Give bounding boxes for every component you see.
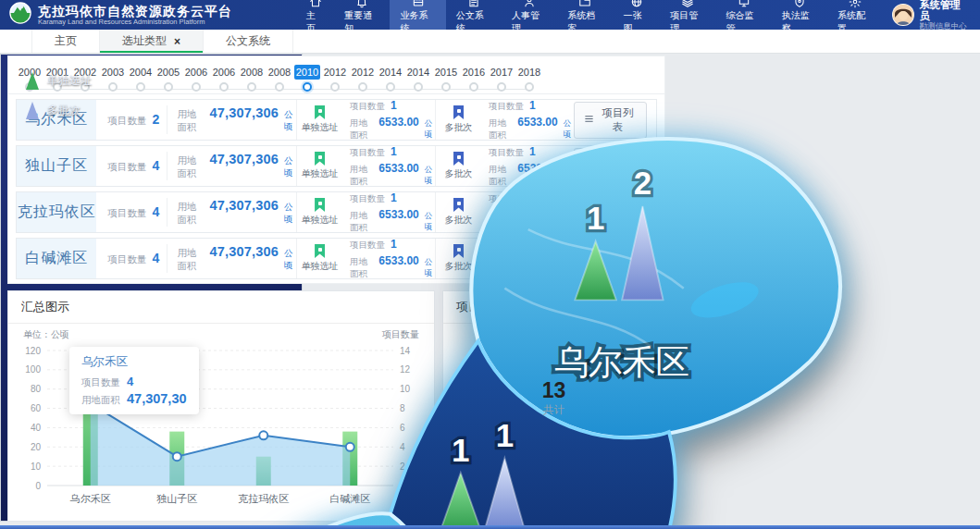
- tooltip-label-2: 用地面积: [81, 394, 120, 407]
- nav-item-monitor[interactable]: 综合监管: [716, 0, 772, 30]
- map-legend-item: 多批次: [26, 102, 92, 119]
- timeline-dot[interactable]: [164, 82, 173, 92]
- timeline-dot[interactable]: [358, 82, 367, 92]
- gear-icon: [849, 0, 862, 8]
- globe-icon: [630, 0, 643, 8]
- nav-item-layers[interactable]: 项目管理: [660, 0, 715, 30]
- app-root: 克拉玛依市自然资源政务云平台 Karamay Land and Resource…: [0, 0, 980, 529]
- nav-item-folder[interactable]: 系统档案: [557, 0, 613, 30]
- monitor-icon: [738, 0, 751, 8]
- nav-item-label: 综合监管: [726, 9, 762, 35]
- donut-total: 13: [542, 379, 566, 401]
- timeline-dot[interactable]: [219, 82, 229, 92]
- brand: 克拉玛依市自然资源政务云平台 Karamay Land and Resource…: [0, 2, 296, 28]
- donut-total-label: 共计: [543, 403, 564, 417]
- timeline-dot[interactable]: [441, 82, 451, 92]
- home-icon: [309, 0, 322, 8]
- timeline-dot[interactable]: [386, 82, 395, 92]
- tooltip-title: 乌尔禾区: [81, 354, 187, 370]
- nav-item-label: 公文系统: [456, 9, 491, 35]
- timeline-dot[interactable]: [136, 82, 145, 92]
- document-icon: [467, 0, 480, 8]
- nav-item-label: 人事管理: [512, 9, 547, 35]
- timeline-dot[interactable]: [525, 82, 534, 92]
- main-content: 2000200120022003200420052006200620082008…: [0, 54, 980, 529]
- nav-item-person[interactable]: 人事管理: [502, 0, 557, 30]
- map-legend-label: 单独选址: [47, 73, 92, 89]
- tab-3[interactable]: 公文系统: [204, 30, 293, 53]
- nav-item-label: 系统档案: [567, 9, 602, 35]
- nav-item-document[interactable]: 公文系统: [446, 0, 502, 30]
- timeline-dot[interactable]: [192, 82, 201, 92]
- app-subtitle: Karamay Land and Resources Administratio…: [38, 18, 232, 26]
- timeline-dot[interactable]: [469, 82, 478, 92]
- blue-triangle-icon: [26, 102, 39, 119]
- timeline-dot[interactable]: [330, 82, 340, 92]
- tooltip-value-1: 4: [127, 375, 133, 388]
- tab-2[interactable]: 选址类型×: [100, 30, 204, 53]
- app-header: 克拉玛依市自然资源政务云平台 Karamay Land and Resource…: [0, 0, 980, 30]
- map-legend-label: 多批次: [47, 103, 81, 118]
- nav-item-label: 重要通知: [344, 9, 379, 35]
- region-kelamayi: [172, 513, 303, 522]
- nav-item-gear[interactable]: 系统配置: [827, 0, 883, 30]
- timeline-dot[interactable]: [275, 82, 284, 92]
- nav-item-globe[interactable]: 一张图: [614, 0, 661, 30]
- chart-tooltip: 乌尔禾区 项目数量 4 用地面积 47,307,30: [69, 347, 199, 414]
- nav-item-label: 项目管理: [670, 9, 705, 35]
- timeline-dot[interactable]: [247, 82, 256, 92]
- timeline-dot[interactable]: [108, 82, 118, 92]
- nav-item-label: 一张图: [624, 9, 651, 35]
- map-legend: 单独选址多批次: [26, 72, 92, 131]
- nav-item-label: 系统配置: [837, 9, 873, 35]
- user-name: 系统管理员: [920, 0, 969, 21]
- map-legend-item: 单独选址: [26, 72, 92, 90]
- app-title: 克拉玛依市自然资源政务云平台: [38, 5, 232, 18]
- nav-item-bell[interactable]: 重要通知: [334, 0, 390, 30]
- briefcase-icon: [412, 0, 425, 8]
- map-regions[interactable]: [172, 139, 303, 522]
- timeline-dot[interactable]: [303, 82, 312, 92]
- green-triangle-icon: [26, 72, 39, 90]
- shield-icon: [793, 0, 806, 8]
- tooltip-label-1: 项目数量: [81, 376, 120, 389]
- layers-icon: [681, 0, 694, 8]
- tab-label: 选址类型: [122, 33, 167, 49]
- map-panel[interactable]: 12乌尔禾区11白碱滩区12克拉玛依区12独山子区 沙湾县石河子 单独选址多批次: [0, 54, 303, 522]
- timeline-dot[interactable]: [414, 82, 423, 92]
- nav-item-briefcase[interactable]: 业务系统: [390, 0, 445, 30]
- tab-label: 公文系统: [226, 33, 270, 49]
- nav-item-label: 主页: [306, 9, 324, 35]
- nav-item-home[interactable]: 主页: [296, 0, 334, 30]
- logo-icon: [9, 2, 31, 28]
- bell-icon: [355, 0, 368, 8]
- user-box[interactable]: 系统管理员 勘测信息中心: [883, 0, 980, 31]
- top-navigation: 主页重要通知业务系统公文系统人事管理系统档案一张图项目管理综合监管执法监察系统配…: [296, 0, 883, 30]
- user-department: 勘测信息中心: [920, 21, 969, 31]
- nav-item-shield[interactable]: 执法监察: [772, 0, 827, 30]
- tab-1[interactable]: 主页: [31, 30, 100, 53]
- tab-close-icon[interactable]: ×: [174, 36, 180, 47]
- folder-icon: [578, 0, 591, 8]
- tooltip-value-2: 47,307,30: [127, 391, 187, 406]
- person-icon: [523, 0, 536, 8]
- nav-item-label: 执法监察: [782, 9, 817, 35]
- timeline-dot[interactable]: [497, 82, 506, 92]
- map-markers: 12乌尔禾区11白碱滩区12克拉玛依区12独山子区: [85, 165, 303, 522]
- user-avatar-icon[interactable]: [892, 4, 913, 26]
- tab-label: 主页: [55, 33, 77, 49]
- donut-chart: 13 共计: [504, 348, 604, 448]
- nav-item-label: 业务系统: [400, 9, 435, 35]
